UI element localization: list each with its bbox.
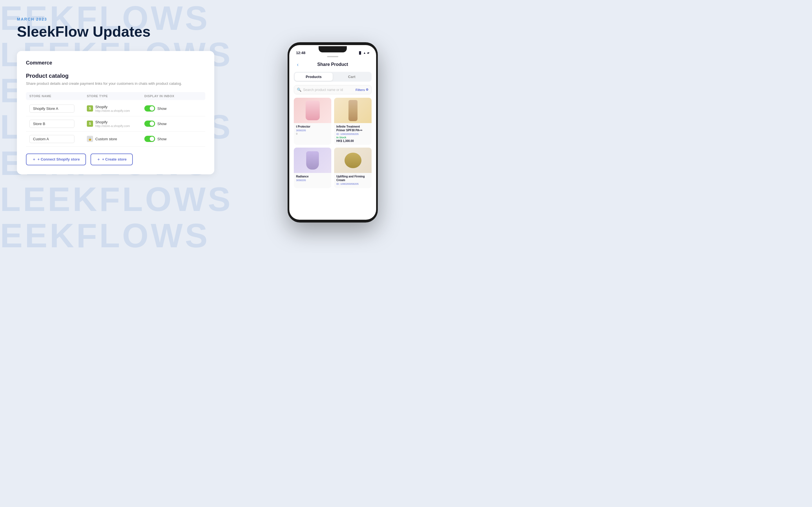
product-id-2: ID: 1090283058205 [336,133,369,135]
col-store-type: STORE TYPE [87,94,144,98]
product-info-3: Radiance 3058205 [294,173,331,184]
product-card-3[interactable]: Radiance 3058205 [294,148,331,188]
toggle-1[interactable] [144,105,155,112]
create-store-button[interactable]: ＋ + Create store [91,154,133,165]
commerce-section-title: Commerce [26,60,205,66]
product-name-1: t Protector [296,125,329,128]
share-header: ‹ Share Product [289,59,376,72]
signal-icon: ▐▌ [358,51,362,54]
product-id-4: ID: 1090283058205 [336,182,369,185]
connect-shopify-label: + Connect Shopify store [38,157,80,161]
store-type-cell-1: S Shopify http://store-a.shopify.com [87,105,144,112]
product-image-3 [294,148,331,173]
store-type-info-3: Custom store [95,137,117,141]
product-card-4[interactable]: Uplifting and Firming Cream ID: 10902830… [334,148,371,188]
page-container: MARCH 2023 SleekFlow Updates Commerce Pr… [0,0,406,253]
shopify-icon-2: S [87,121,93,127]
phone-handle [327,56,338,57]
product-bottle-gold [349,100,357,121]
phone-mockup: 12:48 ▐▌ ▲ ▰ ‹ Share Product Products [288,42,378,223]
status-icons: ▐▌ ▲ ▰ [358,51,369,54]
phone-section: 12:48 ▐▌ ▲ ▰ ‹ Share Product Products [259,0,406,253]
product-info-2: Infinite Treatment Primer SPF30 PA++ ID:… [334,123,371,145]
action-buttons: ＋ + Connect Shopify store ＋ + Create sto… [26,154,205,165]
battery-icon: ▰ [367,51,369,54]
product-stock-2: In Stock [336,136,369,139]
product-id-3: 3058205 [296,179,329,182]
product-name-2: Infinite Treatment Primer SPF30 PA++ [336,125,369,132]
product-catalog-desc: Share product details and create payment… [26,81,205,87]
store-type-info-2: Shopify http://store-a.shopify.com [95,120,130,128]
back-button[interactable]: ‹ [294,61,302,68]
store-name-cell-1 [29,105,87,113]
show-label-3: Show [157,137,167,141]
shopify-icon-1: S [87,105,93,112]
store-name-input-3[interactable] [29,135,74,143]
product-name-4: Uplifting and Firming Cream [336,175,369,182]
filters-button[interactable]: Filters ⚙ [356,88,368,92]
show-label-1: Show [157,107,167,111]
store-name-cell-3 [29,135,87,143]
table-header: STORE NAME STORE TYPE DISPLAY IN INBOX [26,92,205,100]
type-name-1: Shopify [95,105,130,109]
type-name-2: Shopify [95,120,130,124]
commerce-card: Commerce Product catalog Share product d… [17,51,214,174]
store-type-info-1: Shopify http://store-a.shopify.com [95,105,130,112]
product-info-1: t Protector 3058205 0 [294,123,331,137]
display-cell-2: Show [144,121,202,127]
product-grid: t Protector 3058205 0 Infinite Treatment… [289,98,376,188]
product-image-4 [334,148,371,173]
show-label-2: Show [157,122,167,126]
col-display-inbox: DISPLAY IN INBOX [144,94,202,98]
share-product-title: Share Product [302,62,364,67]
search-icon: 🔍 [297,88,301,92]
connect-shopify-icon: ＋ [32,157,36,162]
create-store-icon: ＋ [97,157,100,162]
product-bottle-pink [306,101,320,120]
search-placeholder: Search product name or id [303,88,354,92]
status-time: 12:48 [296,51,305,55]
filters-label: Filters [356,88,365,92]
toggle-2[interactable] [144,121,155,127]
product-bottle-purple [306,151,319,170]
product-price-2: HK$ 1,300.00 [336,139,369,143]
col-store-name: STORE NAME [29,94,87,98]
custom-icon-3: 🔒 [87,136,93,142]
product-info-4: Uplifting and Firming Cream ID: 10902830… [334,173,371,188]
table-row: 🔒 Custom store Show [26,131,205,147]
product-image-1 [294,98,331,123]
product-name-3: Radiance [296,175,329,178]
phone-notch [319,46,347,52]
table-row: S Shopify http://store-a.shopify.com Sho… [26,116,205,131]
store-type-cell-2: S Shopify http://store-a.shopify.com [87,120,144,128]
phone-screen: 12:48 ▐▌ ▲ ▰ ‹ Share Product Products [289,45,376,220]
store-type-cell-3: 🔒 Custom store [87,136,144,142]
toggle-3[interactable] [144,136,155,142]
connect-shopify-button[interactable]: ＋ + Connect Shopify store [26,154,86,165]
phone-search-bar[interactable]: 🔍 Search product name or id Filters ⚙ [294,85,371,94]
store-name-input-2[interactable] [29,120,74,128]
product-card-1[interactable]: t Protector 3058205 0 [294,98,331,145]
tab-cart[interactable]: Cart [333,73,371,81]
wifi-icon: ▲ [363,51,366,54]
product-card-2[interactable]: Infinite Treatment Primer SPF30 PA++ ID:… [334,98,371,145]
product-catalog-title: Product catalog [26,73,205,79]
create-store-label: + Create store [102,157,126,161]
table-row: S Shopify http://store-a.shopify.com Sho… [26,101,205,116]
product-id-1: 3058205 [296,129,329,132]
tab-products[interactable]: Products [295,73,333,81]
display-cell-3: Show [144,136,202,142]
type-name-3: Custom store [95,137,117,141]
store-name-cell-2 [29,120,87,128]
type-url-1: http://store-a.shopify.com [95,109,130,112]
type-url-2: http://store-a.shopify.com [95,124,130,128]
store-name-input-1[interactable] [29,105,74,113]
product-extra-1: 0 [296,132,329,135]
product-bottle-jar [345,153,361,168]
phone-tabs: Products Cart [294,72,371,82]
product-image-2 [334,98,371,123]
display-cell-1: Show [144,105,202,112]
filter-icon: ⚙ [366,88,368,92]
